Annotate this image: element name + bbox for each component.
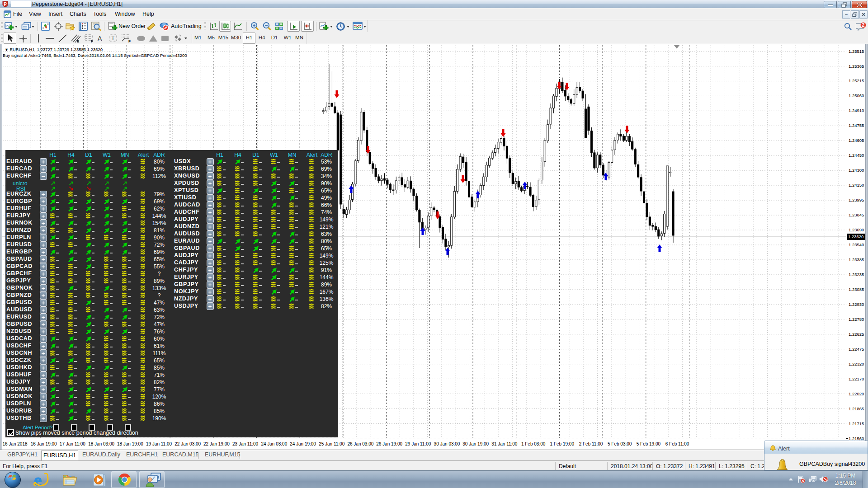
svg-text:F: F [91,39,93,43]
svg-text:P: P [4,2,7,7]
svg-text:2: 2 [862,22,864,28]
svg-text:F: F [128,39,131,43]
svg-text:T: T [112,36,115,41]
svg-text:E: E [77,39,80,43]
